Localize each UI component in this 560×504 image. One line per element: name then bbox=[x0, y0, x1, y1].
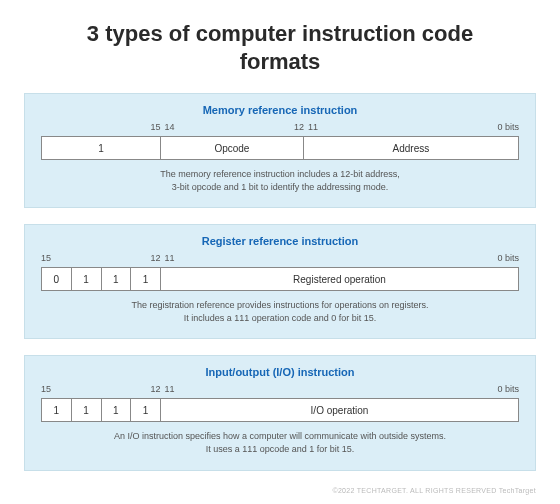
field-bit-0: 0 bbox=[42, 268, 72, 290]
bit-12: 12 bbox=[150, 253, 160, 263]
field-io-operation: I/O operation bbox=[161, 399, 518, 421]
field-bit-2: 1 bbox=[102, 268, 132, 290]
panel-register-reference: Register reference instruction 15 12 11 … bbox=[24, 224, 536, 339]
panel-memory-reference: Memory reference instruction 15 14 12 11… bbox=[24, 93, 536, 208]
bit-11: 11 bbox=[161, 384, 175, 394]
bit-0: 0 bits bbox=[497, 253, 519, 263]
panel-title: Memory reference instruction bbox=[41, 104, 519, 116]
bit-labels: 15 14 12 11 0 bits bbox=[41, 122, 519, 136]
panel-io-instruction: Input/output (I/O) instruction 15 12 11 … bbox=[24, 355, 536, 470]
instruction-fields: 1 Opcode Address bbox=[41, 136, 519, 160]
bit-11: 11 bbox=[161, 253, 175, 263]
bit-12: 12 bbox=[294, 122, 304, 132]
field-mode-bit: 1 bbox=[42, 137, 161, 159]
bit-15: 15 bbox=[41, 253, 51, 263]
bit-14: 14 bbox=[161, 122, 175, 132]
panel-description: The registration reference provides inst… bbox=[41, 299, 519, 324]
field-address: Address bbox=[304, 137, 518, 159]
bit-0: 0 bits bbox=[497, 384, 519, 394]
bit-11: 11 bbox=[304, 122, 318, 132]
copyright-footer: ©2022 TECHTARGET. ALL RIGHTS RESERVED Te… bbox=[24, 487, 536, 494]
panel-description: The memory reference instruction include… bbox=[41, 168, 519, 193]
field-opcode: Opcode bbox=[161, 137, 304, 159]
bit-15: 15 bbox=[41, 384, 51, 394]
bit-labels: 15 12 11 0 bits bbox=[41, 384, 519, 398]
bit-labels: 15 12 11 0 bits bbox=[41, 253, 519, 267]
bit-12: 12 bbox=[150, 384, 160, 394]
field-bit-1: 1 bbox=[72, 268, 102, 290]
instruction-fields: 0 1 1 1 Registered operation bbox=[41, 267, 519, 291]
instruction-fields: 1 1 1 1 I/O operation bbox=[41, 398, 519, 422]
bit-0: 0 bits bbox=[497, 122, 519, 132]
field-bit-0: 1 bbox=[42, 399, 72, 421]
panel-description: An I/O instruction specifies how a compu… bbox=[41, 430, 519, 455]
panel-title: Input/output (I/O) instruction bbox=[41, 366, 519, 378]
field-registered-operation: Registered operation bbox=[161, 268, 518, 290]
field-bit-1: 1 bbox=[72, 399, 102, 421]
panel-title: Register reference instruction bbox=[41, 235, 519, 247]
page-title: 3 types of computer instruction code for… bbox=[24, 20, 536, 75]
field-bit-3: 1 bbox=[131, 268, 161, 290]
field-bit-3: 1 bbox=[131, 399, 161, 421]
field-bit-2: 1 bbox=[102, 399, 132, 421]
bit-15: 15 bbox=[150, 122, 160, 132]
